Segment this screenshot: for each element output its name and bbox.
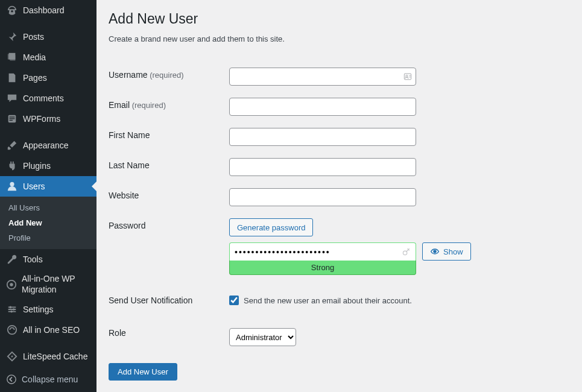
key-icon [402,247,411,256]
sidebar-item-aio-seo[interactable]: All in One SEO [0,320,96,340]
label-username: Username (required) [109,62,229,92]
dashboard-icon [6,4,18,16]
sidebar-item-label: Tools [23,254,43,264]
sidebar-item-label: Pages [23,73,47,83]
sidebar-item-tools[interactable]: Tools [0,249,96,270]
contact-card-icon [403,72,413,81]
litespeed-icon [6,350,18,362]
label-website: Website [109,182,229,212]
label-first-name: First Name [109,122,229,152]
show-password-button[interactable]: Show [422,242,471,261]
sidebar-item-posts[interactable]: Posts [0,27,96,47]
label-send-notification: Send User Notification [109,281,229,314]
generate-password-button[interactable]: Generate password [229,218,313,236]
sidebar-item-label: Appearance [23,141,69,150]
send-notification-text: Send the new user an email about their a… [244,296,412,305]
sidebar-item-plugins[interactable]: Plugins [0,156,96,176]
page-intro: Create a brand new user and add them to … [109,34,570,43]
sidebar-sub-all-users[interactable]: All Users [0,200,96,215]
sidebar-item-media[interactable]: Media [0,47,96,68]
admin-sidebar: Dashboard Posts Media Pages Comments WPF… [0,0,96,392]
pin-icon [6,31,18,43]
sidebar-item-label: Comments [23,93,64,103]
sliders-icon [6,303,18,315]
svg-point-16 [403,251,406,254]
svg-point-17 [434,250,436,253]
sidebar-item-aio-migration[interactable]: All-in-One WP Migration [0,270,96,299]
add-new-user-button[interactable]: Add New User [109,363,177,381]
svg-rect-1 [10,116,15,117]
seo-icon [6,324,18,336]
password-strength-indicator: Strong [229,261,416,275]
sidebar-item-wpforms[interactable]: WPForms [0,109,96,129]
sidebar-sub-profile[interactable]: Profile [0,230,96,245]
migration-icon [6,279,17,291]
svg-point-7 [10,306,12,309]
sidebar-item-label: Users [23,182,45,191]
sidebar-collapse[interactable]: Collapse menu [0,369,96,390]
last-name-input[interactable] [229,158,416,176]
user-form: Username (required) Email (required) Fir… [109,62,570,352]
sidebar-item-label: Posts [23,32,44,42]
svg-point-13 [406,75,408,77]
sidebar-item-label: All-in-One WP Migration [22,274,92,295]
sidebar-users-submenu: All Users Add New Profile [0,197,96,249]
comments-icon [6,92,18,104]
wpforms-icon [6,113,18,125]
label-password: Password [109,212,229,281]
sidebar-item-settings[interactable]: Settings [0,299,96,320]
sidebar-item-label: Collapse menu [22,375,78,384]
website-input[interactable] [229,188,416,206]
svg-point-8 [13,308,15,311]
collapse-icon [6,374,17,385]
svg-point-11 [7,375,16,384]
media-icon [6,51,18,63]
page-title: Add New User [109,11,570,27]
sidebar-item-dashboard[interactable]: Dashboard [0,0,96,21]
sidebar-sub-add-new[interactable]: Add New [0,215,96,230]
sidebar-item-label: Media [23,52,46,62]
sidebar-item-appearance[interactable]: Appearance [0,135,96,156]
user-icon [6,180,18,192]
svg-point-4 [10,182,14,186]
sidebar-item-litespeed[interactable]: LiteSpeed Cache [0,346,96,367]
sidebar-item-label: Plugins [23,161,51,171]
sidebar-item-label: Dashboard [23,5,65,15]
wrench-icon [6,253,18,265]
sidebar-item-comments[interactable]: Comments [0,88,96,109]
sidebar-item-label: LiteSpeed Cache [23,352,87,361]
pages-icon [6,72,18,84]
svg-rect-3 [10,120,13,121]
sidebar-item-label: WPForms [23,114,60,124]
brush-icon [6,139,18,151]
svg-point-10 [8,326,16,334]
password-input[interactable] [229,242,416,261]
plug-icon [6,160,18,172]
username-input[interactable] [229,68,416,86]
svg-point-9 [10,311,13,313]
sidebar-item-label: Settings [23,305,54,314]
send-notification-checkbox[interactable] [229,296,239,305]
content-area: Add New User Create a brand new user and… [96,0,582,392]
role-select[interactable]: Administrator [229,328,296,346]
sidebar-item-label: All in One SEO [23,325,80,335]
svg-point-6 [10,283,13,286]
sidebar-item-users[interactable]: Users [0,176,96,197]
label-email: Email (required) [109,92,229,122]
send-notification-row[interactable]: Send the new user an email about their a… [229,296,564,305]
svg-rect-2 [10,118,15,119]
label-last-name: Last Name [109,152,229,182]
eye-icon [430,247,440,256]
label-role: Role [109,314,229,352]
sidebar-item-pages[interactable]: Pages [0,68,96,88]
first-name-input[interactable] [229,128,416,146]
email-input[interactable] [229,98,416,116]
